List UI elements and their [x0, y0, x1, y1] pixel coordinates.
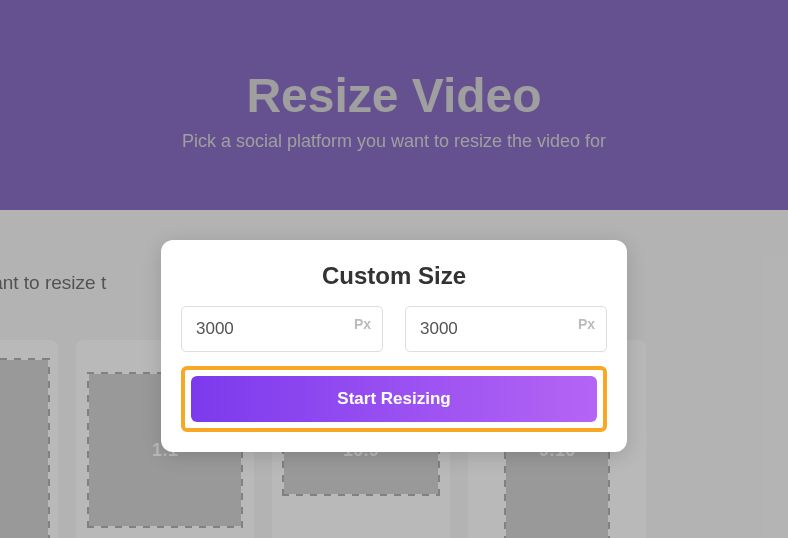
unit-label: Px	[354, 316, 371, 332]
width-input-wrap: Px	[181, 306, 383, 352]
button-highlight: Start Resizing	[181, 366, 607, 432]
modal-title: Custom Size	[181, 262, 607, 290]
unit-label: Px	[578, 316, 595, 332]
width-input[interactable]	[181, 306, 383, 352]
start-resizing-button[interactable]: Start Resizing	[191, 376, 597, 422]
height-input[interactable]	[405, 306, 607, 352]
size-inputs-row: Px Px	[181, 306, 607, 352]
height-input-wrap: Px	[405, 306, 607, 352]
custom-size-modal: Custom Size Px Px Start Resizing	[161, 240, 627, 452]
